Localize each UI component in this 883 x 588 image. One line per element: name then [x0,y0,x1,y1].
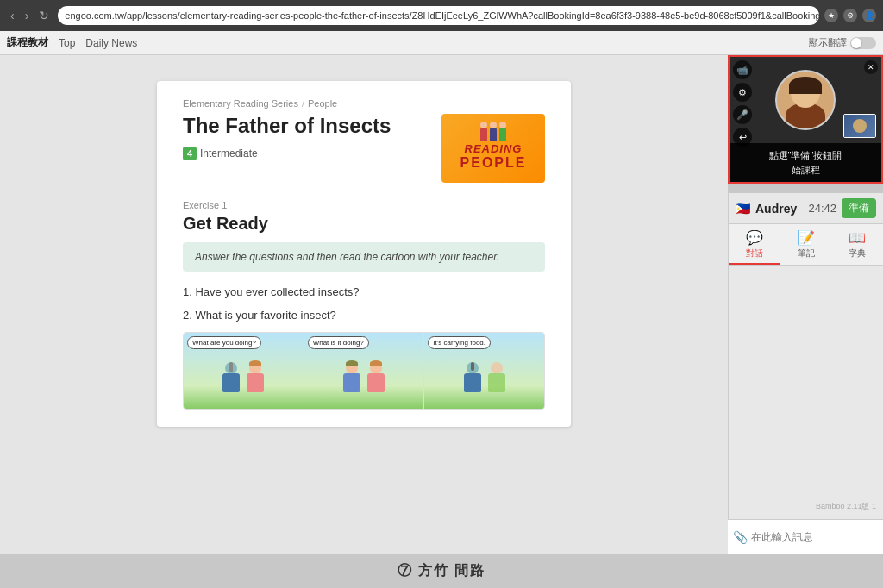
instruction-box: Answer the questions and then read the c… [183,242,545,272]
dict-tab-icon: 📖 [849,229,866,246]
breadcrumb-sep: / [302,98,304,109]
tab-dictionary[interactable]: 📖 字典 [831,224,883,265]
video-panel-inner: 📹 ⚙ 🎤 ↩ ✕ [730,57,881,182]
book-cover: READING PEOPLE [442,114,545,183]
session-timer: 24:42 [808,202,836,215]
breadcrumb-category[interactable]: People [308,98,337,109]
video-panel: 📹 ⚙ 🎤 ↩ ✕ [728,55,883,184]
exercise-section: Exercise 1 Get Ready Answer the question… [183,200,545,410]
attachment-icon[interactable]: 📎 [733,530,748,544]
dict-tab-label: 字典 [849,247,866,260]
browser-icon-1: ★ [824,9,838,22]
footer: ⑦ 方竹 間路 [0,554,883,588]
cartoon-panel-2: What is it doing? [304,333,425,409]
tooltip-box: 點選"準備"按鈕開 始課程 [730,143,881,182]
browser-icons: ★ ⚙ 👤 [824,9,876,22]
bubble-1: What are you doing? [187,336,261,349]
camera-toggle-btn[interactable]: 📹 [733,60,752,79]
tab-link-top[interactable]: Top [59,37,75,49]
cartoon-panel-1: What are you doing? [184,333,304,409]
url-text: engoo.com.tw/app/lessons/elementary-read… [65,10,819,21]
close-icon: ✕ [867,63,874,72]
breadcrumb: Elementary Reading Series / People [183,98,545,109]
browser-chrome: ‹ › ↻ engoo.com.tw/app/lessons/elementar… [0,0,883,31]
refresh-button[interactable]: ↻ [35,7,53,24]
tab-notes[interactable]: 📝 筆記 [780,224,832,265]
avatar-area [730,57,881,143]
ready-button[interactable]: 準備 [842,198,876,218]
bamboo-version: Bamboo 2.11版 1 [816,501,876,512]
browser-icon-2: ⚙ [843,9,857,22]
tutor-name: Audrey [755,202,803,216]
cartoon-panel-3: It's carrying food. [424,333,544,409]
tutor-flag: 🇵🇭 [736,202,750,216]
book-cover-text2: PEOPLE [460,155,527,171]
chat-input-field[interactable] [751,531,880,543]
chat-tab-label: 對話 [746,247,763,260]
bubble-3: It's carrying food. [428,336,491,349]
cartoon-strip: What are you doing? [183,332,545,410]
forward-button[interactable]: › [22,7,33,24]
lesson-title: The Father of Insects [183,114,391,138]
content-area: Elementary Reading Series / People The F… [0,55,728,554]
tab-bar: 課程教材 Top Daily News 顯示翻譯 [0,31,883,55]
browser-nav: ‹ › ↻ [7,7,53,24]
translation-toggle[interactable] [850,37,876,49]
translation-toggle-label: 顯示翻譯 [809,36,847,49]
notes-tab-label: 筆記 [798,247,815,260]
video-close-button[interactable]: ✕ [864,60,878,74]
tooltip-line1: 點選"準備"按鈕開 [738,148,873,163]
exercise-title: Get Ready [183,214,545,234]
video-controls: 📹 ⚙ 🎤 ↩ [733,60,752,147]
tab-bar-title: 課程教材 [7,35,48,50]
chat-input-bar: 📎 😊 ▶ [728,519,883,554]
chat-tab-icon: 💬 [746,229,763,246]
lesson-container: Elementary Reading Series / People The F… [157,81,571,427]
question-2: 2. What is your favorite insect? [183,309,545,322]
footer-logo-symbol: ⑦ [398,563,413,578]
level-number: 4 [183,147,197,160]
tooltip-line2: 始課程 [738,163,873,178]
level-label: Intermediate [200,147,258,160]
level-badge: 4 Intermediate [183,147,258,160]
question-1: 1. Have you ever collected insects? [183,285,545,298]
sidebar-bottom: 🇵🇭 Audrey 24:42 準備 💬 對話 📝 筆記 📖 字典 Bamboo… [728,193,883,519]
settings-btn[interactable]: ⚙ [733,83,752,102]
back-button[interactable]: ‹ [7,7,18,24]
book-cover-text1: READING [465,142,523,155]
browser-icon-3: 👤 [862,9,876,22]
translation-toggle-area: 顯示翻譯 [809,36,876,49]
tutor-info-bar: 🇵🇭 Audrey 24:42 準備 [729,193,883,224]
chat-area: Bamboo 2.11版 1 [729,266,883,519]
mic-toggle-btn[interactable]: 🎤 [733,105,752,124]
bubble-2: What is it doing? [308,336,369,349]
footer-logo: ⑦ 方竹 間路 [398,562,486,580]
address-bar[interactable]: engoo.com.tw/app/lessons/elementary-read… [58,6,819,25]
small-video-thumb [843,114,876,138]
toggle-knob [851,38,861,48]
exit-btn[interactable]: ↩ [733,128,752,147]
sidebar-tabs: 💬 對話 📝 筆記 📖 字典 [729,224,883,266]
footer-logo-text: 方竹 間路 [418,563,485,578]
tab-link-daily-news[interactable]: Daily News [85,37,137,49]
tab-chat[interactable]: 💬 對話 [729,224,780,265]
exercise-label: Exercise 1 [183,200,545,210]
notes-tab-icon: 📝 [798,229,815,246]
breadcrumb-series[interactable]: Elementary Reading Series [183,98,298,109]
